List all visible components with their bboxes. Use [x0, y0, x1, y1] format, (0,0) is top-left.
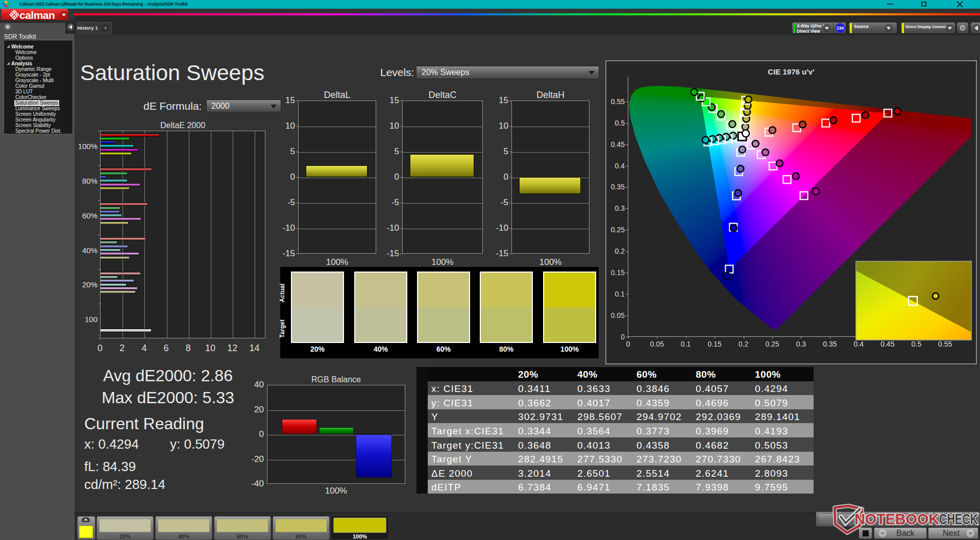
svg-text:NOTEBOOK: NOTEBOOK [854, 510, 939, 527]
svg-text:CHECK: CHECK [939, 510, 978, 527]
